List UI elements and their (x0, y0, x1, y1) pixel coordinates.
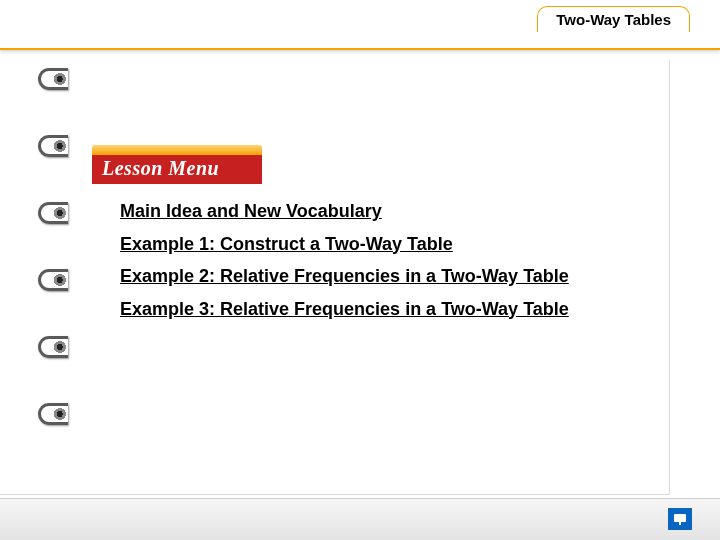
page-title: Two-Way Tables (556, 11, 671, 28)
present-icon (673, 512, 687, 526)
bottom-toolbar (0, 498, 720, 540)
page-title-tab: Two-Way Tables (537, 6, 690, 32)
banner-label: Lesson Menu (92, 155, 262, 184)
binding-ring (38, 68, 68, 90)
binding-ring (38, 269, 68, 291)
binding-ring (38, 202, 68, 224)
menu-link-example-2[interactable]: Example 2: Relative Frequencies in a Two… (120, 265, 610, 288)
svg-rect-0 (674, 514, 686, 522)
menu-link-example-1[interactable]: Example 1: Construct a Two-Way Table (120, 233, 610, 256)
header-bar: Two-Way Tables (0, 0, 720, 50)
svg-rect-1 (679, 522, 681, 525)
menu-link-example-3[interactable]: Example 3: Relative Frequencies in a Two… (120, 298, 610, 321)
spiral-binding (38, 60, 74, 494)
menu-link-main-idea[interactable]: Main Idea and New Vocabulary (120, 200, 610, 223)
lesson-menu-banner: Lesson Menu (92, 145, 262, 177)
binding-ring (38, 336, 68, 358)
binding-ring (38, 403, 68, 425)
binding-ring (38, 135, 68, 157)
present-button[interactable] (668, 508, 692, 530)
menu-links: Main Idea and New Vocabulary Example 1: … (120, 200, 610, 330)
banner-accent (92, 145, 262, 155)
content-area: Lesson Menu Main Idea and New Vocabulary… (0, 60, 670, 495)
